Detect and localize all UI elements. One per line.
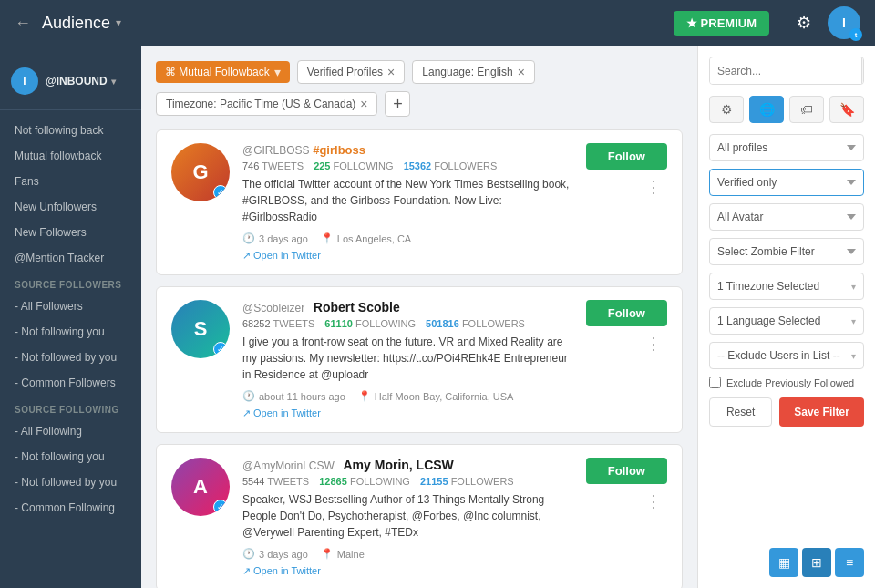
verified-only-select[interactable]: Verified only [709, 169, 864, 196]
language-dropdown[interactable]: 1 Language Selected ▾ [709, 307, 864, 335]
profile-meta: 🕐 3 days ago 📍 Los Angeles, CA [242, 232, 573, 244]
location-icon: 📍 Half Moon Bay, California, USA [358, 390, 514, 402]
profile-bio: Speaker, WSJ Bestselling Author of 13 Th… [242, 491, 573, 541]
filter-icon-sliders[interactable]: ⚙ [709, 96, 744, 123]
sidebar-item-not-following-you[interactable]: - Not following you [0, 319, 141, 345]
sidebar-item-all-followers[interactable]: - All Followers [0, 294, 141, 319]
timezone-close-icon[interactable]: × [360, 98, 367, 110]
verified-badge: ✓ [213, 500, 228, 514]
timezone-dropdown[interactable]: 1 Timezone Selected ▾ [709, 273, 864, 300]
profile-stats: 746 TWEETS 225 FOLLOWING 15362 FOLLOWERS [242, 160, 573, 171]
save-filter-button[interactable]: Save Filter [779, 397, 864, 427]
profile-stats: 5544 TWEETS 12865 FOLLOWING 21155 FOLLOW… [242, 476, 573, 487]
exclude-previously-followed-label[interactable]: Exclude Previously Followed [726, 377, 854, 388]
time-icon: 🕐 about 11 hours ago [242, 390, 345, 402]
avatar[interactable]: I t [828, 6, 860, 39]
grid-view-button[interactable]: ⊞ [802, 548, 831, 577]
nav-title: Audience ▾ [42, 14, 121, 33]
zombie-filter-select[interactable]: Select Zombie Filter [709, 238, 864, 265]
add-filter-button[interactable]: + [385, 91, 410, 117]
action-row: Reset Save Filter [709, 397, 864, 427]
audience-caret[interactable]: ▾ [116, 16, 121, 29]
sidebar: I @INBOUND ▾ Not following back Mutual f… [0, 46, 141, 588]
source-following-section: SOURCE FOLLOWING [0, 396, 141, 418]
sidebar-item-not-followed-by-you2[interactable]: - Not followed by you [0, 469, 141, 495]
more-options-button-girlboss[interactable]: ⋮ [640, 175, 667, 199]
view-toggle: ▦ ⊞ ≡ [769, 548, 864, 577]
profile-handle: @GIRLBOSS [242, 144, 310, 157]
search-box: 🔍 [709, 57, 864, 85]
sidebar-item-not-followed-by-you[interactable]: - Not followed by you [0, 345, 141, 370]
open-twitter-link[interactable]: ↗ Open in Twitter [242, 407, 321, 418]
sidebar-item-mention-tracker[interactable]: @Mention Tracker [0, 245, 141, 271]
profile-avatar-amymorin: A ✓ [171, 458, 230, 516]
sidebar-avatar: I [11, 67, 38, 95]
all-avatar-select[interactable]: All Avatar [709, 203, 864, 231]
back-button[interactable]: ← [15, 14, 31, 33]
filter-icons: ⚙ 🌐 🏷 🔖 [709, 96, 864, 123]
language-close-icon[interactable]: × [518, 66, 525, 78]
exclude-list-caret-icon: ▾ [851, 351, 856, 361]
sidebar-item-new-followers[interactable]: New Followers [0, 220, 141, 245]
profile-card-girlboss: G ✓ @GIRLBOSS #girlboss 746 TWEETS 225 F… [156, 129, 683, 275]
reset-button[interactable]: Reset [709, 397, 772, 427]
sidebar-item-new-unfollowers[interactable]: New Unfollowers [0, 194, 141, 220]
profile-avatar-girlboss: G ✓ [171, 143, 230, 201]
profile-name: Amy Morin, LCSW [343, 458, 453, 472]
search-input[interactable] [710, 58, 861, 84]
location-icon: 📍 Los Angeles, CA [321, 232, 411, 244]
profile-card-scobleizer: S ✓ @Scobleizer Robert Scoble 68252 TWEE… [156, 286, 683, 433]
profile-handle: @Scobleizer [242, 302, 304, 315]
exclude-list-dropdown[interactable]: -- Exclude Users in List -- ▾ [709, 342, 864, 369]
mutual-followback-close-icon[interactable]: ▾ [274, 66, 281, 78]
all-profiles-select[interactable]: All profiles [709, 134, 864, 161]
profile-card-amymorin: A ✓ @AmyMorinLCSW Amy Morin, LCSW 5544 T… [156, 444, 683, 588]
follow-button-girlboss[interactable]: Follow [586, 143, 667, 170]
follow-button-scobleizer[interactable]: Follow [586, 300, 667, 326]
more-options-button-amymorin[interactable]: ⋮ [640, 490, 667, 513]
open-twitter-link[interactable]: ↗ Open in Twitter [242, 250, 321, 261]
sidebar-item-all-following[interactable]: - All Following [0, 418, 141, 444]
open-twitter-link[interactable]: ↗ Open in Twitter [242, 565, 321, 576]
verified-badge: ✓ [213, 342, 228, 356]
sidebar-item-fans[interactable]: Fans [0, 169, 141, 194]
filter-bar: ⌘ Mutual Followback ▾ Verified Profiles … [156, 60, 683, 117]
profile-meta: 🕐 3 days ago 📍 Maine [242, 548, 573, 560]
sidebar-username: @INBOUND ▾ [46, 75, 116, 88]
profile-handle: @AmyMorinLCSW [242, 459, 335, 472]
sidebar-item-mutual-followback[interactable]: Mutual followback [0, 143, 141, 169]
sidebar-item-common-following[interactable]: - Common Following [0, 495, 141, 521]
main-layout: I @INBOUND ▾ Not following back Mutual f… [0, 46, 875, 588]
right-panel: 🔍 ⚙ 🌐 🏷 🔖 All profiles Verified only All… [697, 46, 875, 588]
exclude-previously-followed-checkbox[interactable] [709, 377, 721, 388]
filter-icon-bookmark[interactable]: 🔖 [829, 96, 864, 123]
verified-profiles-filter[interactable]: Verified Profiles × [297, 60, 406, 84]
list-view-button[interactable]: ≡ [835, 548, 864, 577]
settings-icon-button[interactable]: ⚙ [788, 6, 820, 39]
time-icon: 🕐 3 days ago [242, 232, 308, 244]
verified-badge: ✓ [213, 185, 228, 200]
profile-hashtag: #girlboss [313, 143, 365, 157]
mutual-followback-filter[interactable]: ⌘ Mutual Followback ▾ [156, 61, 290, 83]
sidebar-item-not-following-back[interactable]: Not following back [0, 118, 141, 143]
language-caret-icon: ▾ [851, 316, 856, 326]
source-followers-section: SOURCE FOLLOWERS [0, 271, 141, 294]
sidebar-item-not-following-you2[interactable]: - Not following you [0, 444, 141, 469]
more-options-button-scobleizer[interactable]: ⋮ [640, 332, 667, 356]
sidebar-item-common-followers[interactable]: - Common Followers [0, 370, 141, 396]
exclude-previously-followed-row: Exclude Previously Followed [709, 377, 864, 388]
profile-meta: 🕐 about 11 hours ago 📍 Half Moon Bay, Ca… [242, 390, 573, 402]
premium-button[interactable]: ★ PREMIUM [674, 11, 769, 36]
verified-close-icon[interactable]: × [387, 66, 395, 78]
top-nav: ← Audience ▾ ★ PREMIUM ⚙ I t [0, 0, 875, 46]
search-button[interactable]: 🔍 [861, 57, 864, 84]
time-icon: 🕐 3 days ago [242, 548, 308, 560]
filter-icon-globe[interactable]: 🌐 [749, 96, 784, 123]
bar-view-button[interactable]: ▦ [769, 548, 798, 577]
follow-button-amymorin[interactable]: Follow [586, 458, 667, 484]
timezone-filter[interactable]: Timezone: Pacific Time (US & Canada) × [156, 92, 377, 116]
profile-stats: 68252 TWEETS 61110 FOLLOWING 501816 FOLL… [242, 318, 573, 329]
sidebar-user[interactable]: I @INBOUND ▾ [0, 60, 141, 110]
language-filter[interactable]: Language: English × [412, 60, 535, 84]
filter-icon-tag[interactable]: 🏷 [789, 96, 824, 123]
